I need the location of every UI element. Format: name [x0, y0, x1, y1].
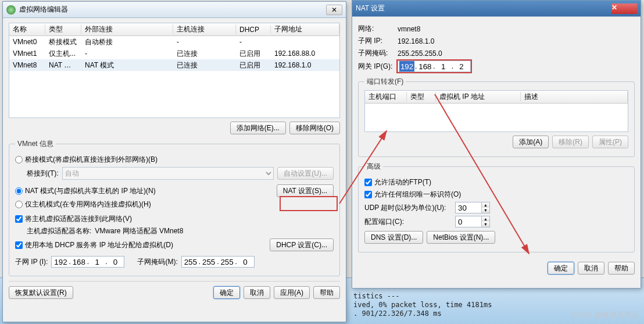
ok-button[interactable]: 确定: [213, 286, 240, 299]
gateway-label: 网关 IP(G):: [358, 62, 394, 72]
help-button[interactable]: 帮助: [608, 262, 635, 275]
close-icon[interactable]: ✕: [611, 3, 637, 14]
config-port-label: 配置端口(C):: [364, 217, 452, 227]
adapter-name-label: 主机虚拟适配器名称:: [27, 226, 91, 236]
pf-remove-button[interactable]: 移除(R): [552, 136, 589, 148]
bridge-to-select[interactable]: 自动: [62, 167, 274, 180]
nat-settings-dialog: NAT 设置 ✕ 网络:vmnet8 子网 IP:192.168.1.0 子网掩…: [352, 0, 641, 289]
apply-button[interactable]: 应用(A): [274, 286, 310, 299]
port-forward-legend: 端口转发(F): [364, 77, 406, 87]
chk-dhcp[interactable]: 使用本地 DHCP 服务将 IP 地址分配给虚拟机(D): [15, 240, 173, 250]
window-title: 虚拟网络编辑器: [19, 5, 68, 15]
port-forward-group: 端口转发(F) 主机端口 类型 虚拟机 IP 地址 描述 添加(A) 移除(R)…: [358, 77, 635, 157]
udp-timeout-spinner[interactable]: ▲▼: [455, 202, 490, 213]
mask-label: 子网掩码:: [358, 48, 394, 58]
console-output: tistics --- ived, 0% packet loss, time 4…: [353, 292, 492, 318]
udp-timeout-label: UDP 超时(以秒为单位)(U):: [364, 203, 452, 213]
chk-ftp[interactable]: 允许活动的FTP(T): [364, 177, 431, 187]
col-name[interactable]: 名称: [9, 24, 45, 34]
app-icon: [6, 5, 16, 15]
remove-network-button[interactable]: 移除网络(O): [289, 122, 340, 134]
cancel-button[interactable]: 取消: [578, 262, 604, 275]
advanced-legend: 高级: [364, 162, 383, 172]
net-value: vmnet8: [398, 25, 420, 33]
netbios-settings-button[interactable]: NetBios 设置(N)...: [427, 231, 495, 244]
titlebar: 虚拟网络编辑器 ✕: [3, 2, 346, 18]
vmnet-table: 名称 类型 外部连接 主机连接 DHCP 子网地址 VMnet0 桥接模式 自动…: [9, 23, 340, 118]
vmnet-info-group: VMnet 信息 桥接模式(将虚拟机直接连接到外部网络)(B) 桥接到(T): …: [9, 139, 340, 276]
adapter-name-value: VMware 网络适配器 VMnet8: [95, 226, 183, 236]
help-button[interactable]: 帮助: [313, 286, 340, 299]
close-icon[interactable]: ✕: [326, 5, 342, 15]
subnet-mask-input[interactable]: . . .: [181, 256, 255, 268]
virtual-network-editor-dialog: 虚拟网络编辑器 ✕ 名称 类型 外部连接 主机连接 DHCP 子网地址 VMne…: [2, 1, 346, 322]
window-title: NAT 设置: [356, 3, 385, 13]
subip-value: 192.168.1.0: [398, 37, 434, 45]
table-row[interactable]: VMnet8 NAT 模式 NAT 模式 已连接 已启用 192.168.1.0: [9, 59, 339, 71]
cancel-button[interactable]: 取消: [244, 286, 270, 299]
advanced-group: 高级 允许活动的FTP(T) 允许任何组织唯一标识符(O) UDP 超时(以秒为…: [358, 162, 635, 252]
col-subnet[interactable]: 子网地址: [271, 24, 339, 34]
radio-hostonly[interactable]: 仅主机模式(在专用网络内连接虚拟机)(H): [15, 200, 151, 209]
chk-connect-adapter[interactable]: 将主机虚拟适配器连接到此网络(V): [15, 214, 132, 224]
bridge-to-label: 桥接到(T):: [27, 169, 59, 179]
col-type[interactable]: 类型: [45, 24, 81, 34]
dhcp-settings-button[interactable]: DHCP 设置(C)...: [270, 238, 334, 251]
vmnet-info-legend: VMnet 信息: [15, 139, 56, 149]
subnet-ip-label: 子网 IP (I):: [15, 257, 48, 267]
dns-settings-button[interactable]: DNS 设置(D)...: [364, 231, 423, 244]
pf-add-button[interactable]: 添加(A): [513, 136, 549, 148]
radio-nat[interactable]: NAT 模式(与虚拟机共享主机的 IP 地址)(N): [15, 186, 156, 196]
add-network-button[interactable]: 添加网络(E)...: [230, 122, 286, 134]
subip-label: 子网 IP:: [358, 36, 394, 46]
restore-defaults-button[interactable]: 恢复默认设置(R): [9, 286, 73, 299]
config-port-spinner[interactable]: ▲▼: [455, 216, 490, 227]
table-row[interactable]: VMnet0 桥接模式 自动桥接 - -: [9, 36, 339, 48]
subnet-ip-input[interactable]: . . .: [51, 256, 124, 268]
auto-settings-button[interactable]: 自动设置(U)...: [277, 167, 334, 180]
col-desc[interactable]: 描述: [521, 92, 628, 102]
pf-props-button[interactable]: 属性(P): [592, 136, 628, 148]
col-dhcp[interactable]: DHCP: [236, 26, 271, 34]
nat-settings-button[interactable]: NAT 设置(S)...: [277, 184, 334, 197]
chk-org[interactable]: 允许任何组织唯一标识符(O): [364, 190, 461, 200]
ok-button[interactable]: 确定: [548, 262, 574, 275]
col-host-port[interactable]: 主机端口: [365, 92, 407, 102]
mask-value: 255.255.255.0: [398, 49, 442, 58]
col-type[interactable]: 类型: [407, 92, 436, 102]
titlebar: NAT 设置 ✕: [352, 1, 641, 17]
gateway-ip-input[interactable]: . . .: [398, 60, 471, 72]
col-vm-ip[interactable]: 虚拟机 IP 地址: [436, 92, 521, 102]
port-forward-table: 主机端口 类型 虚拟机 IP 地址 描述: [364, 90, 628, 132]
radio-bridge[interactable]: 桥接模式(将虚拟机直接连接到外部网络)(B): [15, 155, 158, 165]
col-host[interactable]: 主机连接: [173, 24, 236, 34]
watermark: CSDN @胖虎不秃头: [570, 310, 639, 321]
table-row[interactable]: VMnet1 仅主机... - 已连接 已启用 192.168.88.0: [9, 48, 339, 59]
col-ext[interactable]: 外部连接: [81, 24, 173, 34]
net-label: 网络:: [358, 24, 394, 34]
subnet-mask-label: 子网掩码(M):: [137, 257, 177, 267]
